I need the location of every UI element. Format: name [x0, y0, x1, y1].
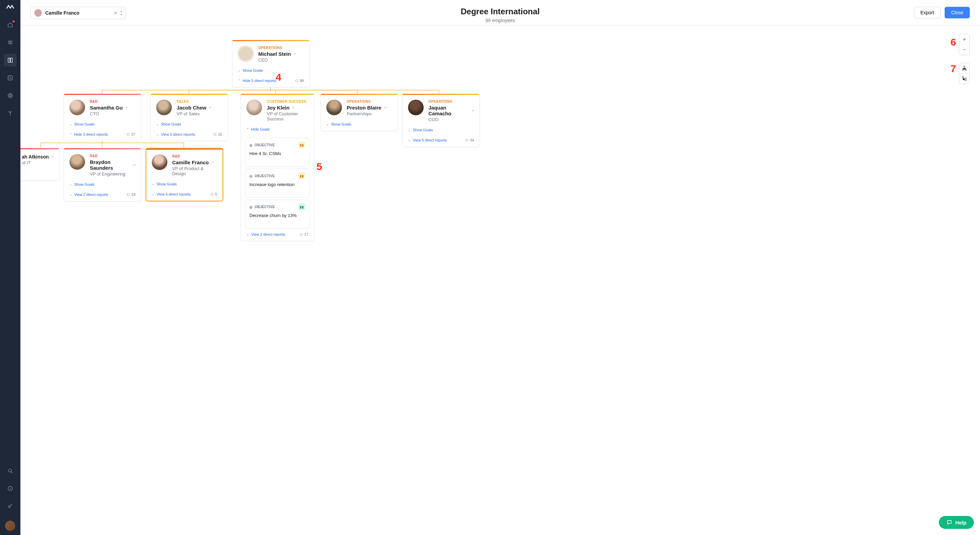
- reports-toggle-link[interactable]: ⌄View 5 direct reports: [408, 137, 447, 143]
- external-link-icon[interactable]: ↗: [125, 106, 127, 110]
- zoom-in-button[interactable]: +: [959, 34, 969, 44]
- selected-name: Camille Franco: [45, 10, 114, 16]
- reports-toggle-link[interactable]: ⌄View 5 direct reports: [152, 191, 191, 197]
- show-goals-link[interactable]: ⌄Show Goals: [152, 181, 217, 187]
- target-icon: ◎: [250, 143, 253, 147]
- external-link-icon[interactable]: ↗: [383, 106, 386, 110]
- external-link-icon[interactable]: ↗: [292, 106, 294, 110]
- external-link-icon[interactable]: ↗: [293, 52, 296, 56]
- person-card-joy-klein[interactable]: CUSTOMER SUCCESS Joy Klein↗ VP of Custom…: [240, 94, 314, 241]
- user-avatar[interactable]: [5, 521, 15, 531]
- person-card-preston-blaire[interactable]: OPERATIONS Preston Blaire↗ Partnerships …: [321, 94, 398, 131]
- person-card-atkinson-partial[interactable]: ah Atkinson↗ of IT: [21, 148, 60, 181]
- external-link-icon[interactable]: ↗: [208, 106, 211, 110]
- layout-tree-button[interactable]: [959, 63, 969, 73]
- avatar: [69, 100, 85, 115]
- annotation-7: 7: [950, 63, 956, 75]
- person-card-camille-franco[interactable]: R&D Camille Franco↗ VP of Product & Desi…: [146, 148, 223, 202]
- svg-rect-3: [11, 58, 12, 63]
- nav-search[interactable]: [4, 464, 17, 477]
- external-link-icon[interactable]: ↗: [133, 163, 135, 167]
- status-icon: ▮▮: [298, 203, 305, 210]
- status-icon: ▮▮: [298, 172, 305, 179]
- report-count: ⚇98: [295, 79, 304, 83]
- person-title: CEO: [258, 57, 296, 63]
- svg-text:?: ?: [9, 487, 11, 491]
- avatar: [326, 100, 342, 115]
- org-chart-canvas[interactable]: + − 1 2 3 4 5 6 7: [21, 25, 980, 535]
- dropdown-icon[interactable]: ▴▾: [121, 10, 122, 16]
- person-card-michael-stein[interactable]: OPERATIONS Michael Stein ↗ CEO ⌄Show Goa…: [232, 40, 310, 87]
- reports-toggle-link[interactable]: ⌄View 5 direct reports: [156, 131, 195, 137]
- sidebar: ?: [0, 0, 21, 535]
- person-card-jacob-chew[interactable]: SALES Jacob Chew↗ VP of Sales ⌄Show Goal…: [150, 94, 228, 141]
- reports-toggle-link[interactable]: ⌃Hide 5 direct reports: [238, 78, 276, 84]
- avatar: [152, 154, 167, 170]
- svg-rect-13: [962, 69, 964, 70]
- status-icon: ▮▮: [298, 141, 305, 148]
- person-card-jaquan-camacho[interactable]: OPERATIONS Jaquan Camacho↗ COO ⌄Show Goa…: [402, 94, 480, 147]
- selected-avatar: [34, 9, 42, 17]
- svg-point-8: [8, 469, 11, 472]
- layout-list-button[interactable]: [959, 73, 969, 84]
- hide-goals-link[interactable]: ⌃Hide Goals: [247, 126, 308, 132]
- svg-point-7: [10, 95, 10, 95]
- close-button[interactable]: Close: [945, 7, 970, 18]
- nav-goals[interactable]: [4, 89, 17, 102]
- app-logo: [6, 4, 14, 11]
- export-button[interactable]: Export: [914, 7, 940, 18]
- show-goals-link[interactable]: ⌄Show Goals: [326, 121, 392, 127]
- target-icon: ◎: [250, 205, 253, 209]
- objective-card[interactable]: ◎OBJECTIVE ▮▮ Hire 4 Sr. CSMs: [245, 138, 310, 167]
- person-selector[interactable]: Camille Franco ✕ ▴▾: [30, 7, 126, 19]
- company-name: Degree International: [461, 7, 540, 16]
- nav-growth[interactable]: [4, 107, 17, 120]
- show-goals-link[interactable]: ⌄Show Goals: [408, 127, 474, 133]
- svg-rect-15: [962, 76, 964, 78]
- nav-admin[interactable]: [4, 500, 17, 513]
- svg-rect-14: [965, 69, 966, 70]
- svg-rect-12: [964, 66, 965, 67]
- target-icon: ◎: [250, 174, 253, 178]
- svg-point-1: [10, 41, 12, 43]
- zoom-controls: + −: [959, 34, 970, 55]
- avatar: [156, 100, 172, 115]
- zoom-out-button[interactable]: −: [959, 44, 969, 55]
- objective-card[interactable]: ◎OBJECTIVE ▮▮ Increase logo retention: [245, 169, 310, 198]
- svg-point-0: [8, 41, 10, 43]
- reports-toggle-link[interactable]: ⌃Hide 3 direct reports: [69, 131, 108, 137]
- layout-controls: [959, 63, 970, 84]
- avatar: [238, 46, 253, 62]
- svg-rect-16: [965, 78, 966, 79]
- show-goals-link[interactable]: ⌄Show Goals: [238, 67, 304, 73]
- annotation-6: 6: [950, 37, 956, 48]
- reports-toggle-link[interactable]: ⌄View 2 direct reports: [69, 192, 108, 198]
- show-goals-link[interactable]: ⌄Show Goals: [69, 121, 135, 127]
- dept-label: OPERATIONS: [258, 46, 296, 50]
- nav-home[interactable]: [4, 18, 17, 31]
- person-card-samantha-gu[interactable]: R&D Samantha Gu↗ CTO ⌄Show Goals ⌃Hide 3…: [64, 94, 141, 141]
- clear-icon[interactable]: ✕: [114, 10, 118, 16]
- external-link-icon[interactable]: ↗: [51, 155, 54, 159]
- employee-count: 99 employees: [461, 18, 540, 23]
- person-card-braydon-saunders[interactable]: R&D Braydon Saunders↗ VP of Engineering …: [64, 148, 141, 202]
- annotation-5: 5: [317, 161, 322, 172]
- nav-org-chart[interactable]: [4, 54, 17, 67]
- nav-people[interactable]: [4, 36, 17, 49]
- header: Camille Franco ✕ ▴▾ Degree International…: [21, 0, 980, 25]
- person-name: Michael Stein: [258, 51, 291, 57]
- notification-dot: [13, 21, 14, 22]
- external-link-icon[interactable]: ↗: [471, 109, 474, 113]
- nav-analytics[interactable]: [4, 71, 17, 84]
- svg-rect-2: [8, 58, 10, 63]
- avatar: [247, 100, 262, 115]
- nav-help[interactable]: ?: [4, 482, 17, 495]
- show-goals-link[interactable]: ⌄Show Goals: [156, 121, 222, 127]
- svg-rect-17: [965, 79, 966, 81]
- help-button[interactable]: Help: [939, 516, 974, 529]
- external-link-icon[interactable]: ↗: [211, 160, 214, 164]
- reports-toggle-link[interactable]: ⌄View 2 direct reports: [247, 231, 285, 237]
- show-goals-link[interactable]: ⌄Show Goals: [69, 181, 135, 187]
- avatar: [69, 154, 85, 170]
- objective-card[interactable]: ◎OBJECTIVE ▮▮ Decrease churn by 13%: [245, 200, 310, 229]
